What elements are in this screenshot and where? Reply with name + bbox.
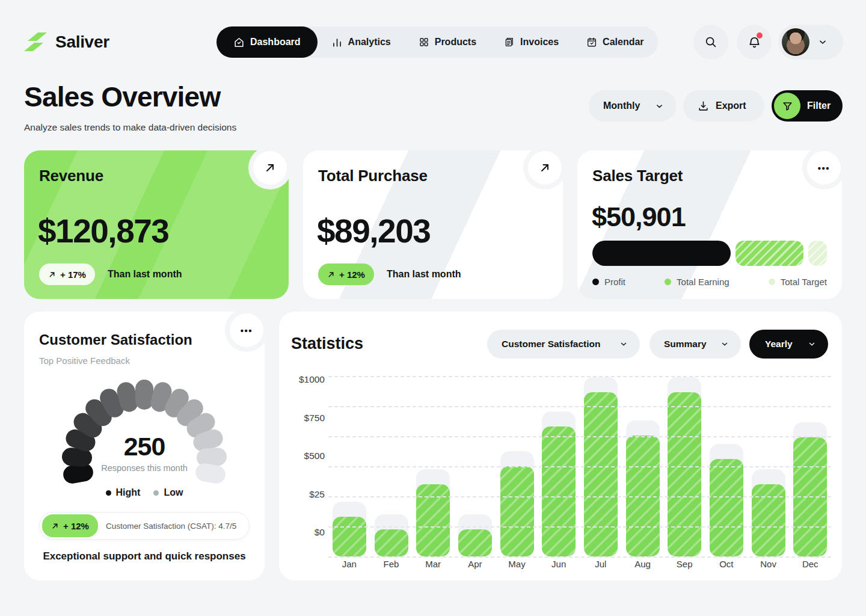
ellipsis-icon: ••• bbox=[241, 325, 253, 336]
invoices-icon bbox=[504, 37, 515, 48]
progress-segment-total-earning bbox=[735, 241, 803, 266]
ytick-label: $25 bbox=[309, 489, 325, 500]
chevron-down-icon bbox=[655, 102, 664, 111]
bar-value bbox=[710, 459, 743, 556]
ellipsis-icon: ••• bbox=[818, 163, 830, 173]
bar-value bbox=[584, 392, 618, 556]
total-purchase-title: Total Purchase bbox=[318, 167, 428, 185]
bar-jan[interactable] bbox=[333, 502, 366, 556]
arrow-up-right-icon bbox=[48, 271, 56, 279]
chart-months: JanFebMarAprMayJunJulAugSepOctNovDec bbox=[328, 559, 831, 569]
analytics-icon bbox=[331, 37, 343, 48]
total-purchase-delta-badge: + 12% bbox=[318, 263, 374, 285]
period-dropdown-value: Monthly bbox=[603, 100, 640, 111]
gridline bbox=[328, 466, 831, 467]
bar-value bbox=[500, 466, 534, 556]
search-button[interactable] bbox=[693, 25, 728, 60]
revenue-expand-button[interactable] bbox=[253, 151, 287, 185]
bar-value bbox=[542, 427, 576, 556]
bar-dec[interactable] bbox=[793, 422, 827, 556]
bar-mar[interactable] bbox=[416, 469, 450, 556]
revenue-expand-notch bbox=[248, 146, 292, 189]
sales-target-menu-notch: ••• bbox=[802, 146, 846, 189]
csat-pill: + 12% Customer Satisfaction (CSAT): 4.7/… bbox=[39, 512, 250, 540]
dashboard-page: Saliver DashboardAnalyticsProductsInvoic… bbox=[0, 0, 866, 616]
bar-nov[interactable] bbox=[752, 469, 785, 556]
month-label-apr: Apr bbox=[454, 559, 496, 569]
nav-item-analytics[interactable]: Analytics bbox=[318, 26, 405, 58]
sales-target-menu-button[interactable]: ••• bbox=[807, 151, 841, 185]
sales-target-progress bbox=[592, 241, 827, 266]
arrow-up-right-icon bbox=[51, 522, 59, 530]
notifications-button[interactable] bbox=[737, 25, 772, 60]
notification-dot bbox=[757, 32, 763, 38]
home-icon bbox=[233, 37, 245, 48]
nav-item-dashboard[interactable]: Dashboard bbox=[216, 26, 318, 58]
total-purchase-expand-button[interactable] bbox=[528, 151, 562, 185]
month-label-sep: Sep bbox=[663, 559, 705, 569]
funnel-icon bbox=[774, 93, 800, 119]
legend-item-profit: Profit bbox=[592, 277, 625, 287]
export-button[interactable]: Export bbox=[683, 90, 764, 122]
customer-satisfaction-title: Customer Satisfaction bbox=[39, 331, 192, 348]
bar-apr[interactable] bbox=[458, 514, 492, 556]
total-purchase-expand-notch bbox=[523, 146, 567, 189]
bar-aug[interactable] bbox=[626, 420, 660, 556]
arrow-up-right-icon bbox=[264, 162, 276, 174]
nav-item-calendar[interactable]: Calendar bbox=[573, 26, 657, 58]
month-label-aug: Aug bbox=[622, 559, 664, 569]
download-icon bbox=[698, 100, 709, 112]
export-label: Export bbox=[716, 100, 746, 111]
month-label-feb: Feb bbox=[370, 559, 413, 569]
statistics-range-dropdown[interactable]: Yearly bbox=[749, 330, 828, 359]
brand-logo-icon bbox=[24, 30, 47, 53]
period-dropdown[interactable]: Monthly bbox=[589, 90, 676, 122]
csat-delta-badge: + 12% bbox=[42, 514, 98, 537]
gauge-caption: Responses this month bbox=[78, 463, 210, 473]
month-label-jul: Jul bbox=[580, 559, 622, 569]
satisfaction-legend: HightLow bbox=[24, 487, 265, 498]
sales-target-title: Sales Target bbox=[592, 167, 683, 185]
month-label-jan: Jan bbox=[328, 559, 370, 569]
bar-feb[interactable] bbox=[375, 514, 408, 556]
chart-yticks: $1000$750$500$25$0 bbox=[283, 376, 325, 556]
gridline bbox=[328, 436, 831, 437]
gridline bbox=[328, 556, 831, 558]
ytick-label: $750 bbox=[304, 413, 325, 424]
ytick-label: $1000 bbox=[299, 374, 325, 385]
month-label-may: May bbox=[496, 559, 538, 569]
page-subtitle: Analyze sales trends to make data-driven… bbox=[24, 122, 236, 133]
month-label-nov: Nov bbox=[748, 559, 790, 569]
products-icon bbox=[419, 37, 429, 48]
bar-value bbox=[416, 484, 450, 556]
statistics-metric-dropdown[interactable]: Customer Satisfaction bbox=[487, 330, 640, 359]
csat-label: Customer Satisfaction (CSAT): 4.7/5 bbox=[106, 522, 236, 531]
bar-jun[interactable] bbox=[542, 411, 576, 556]
statistics-view-dropdown[interactable]: Summary bbox=[650, 330, 741, 359]
nav-item-products[interactable]: Products bbox=[405, 26, 490, 58]
customer-satisfaction-menu-button[interactable]: ••• bbox=[230, 313, 263, 347]
main-nav: DashboardAnalyticsProductsInvoicesCalend… bbox=[216, 26, 658, 58]
nav-item-invoices[interactable]: Invoices bbox=[490, 26, 573, 58]
chevron-down-icon bbox=[619, 340, 628, 348]
chevron-down-icon bbox=[818, 37, 828, 47]
satisfaction-footnote: Exceptional support and quick responses bbox=[24, 550, 265, 562]
satisfaction-legend-low: Low bbox=[153, 487, 183, 498]
month-label-mar: Mar bbox=[412, 559, 454, 569]
total-purchase-value: $89,203 bbox=[317, 212, 430, 250]
avatar bbox=[782, 28, 809, 56]
bar-value bbox=[375, 529, 408, 556]
filter-label: Filter bbox=[807, 100, 831, 111]
legend-item-total-earning: Total Earning bbox=[665, 277, 729, 287]
satisfaction-legend-hight: Hight bbox=[106, 487, 141, 498]
revenue-delta-badge: + 17% bbox=[39, 263, 95, 285]
bar-oct[interactable] bbox=[710, 444, 743, 556]
bar-value bbox=[668, 392, 701, 556]
legend-item-total-target: Total Target bbox=[769, 277, 827, 287]
gridline bbox=[328, 406, 831, 407]
arrow-up-right-icon bbox=[539, 162, 551, 174]
search-icon bbox=[704, 35, 717, 49]
calendar-icon bbox=[586, 37, 597, 48]
filter-button[interactable]: Filter bbox=[772, 90, 843, 122]
profile-menu[interactable] bbox=[778, 25, 843, 60]
